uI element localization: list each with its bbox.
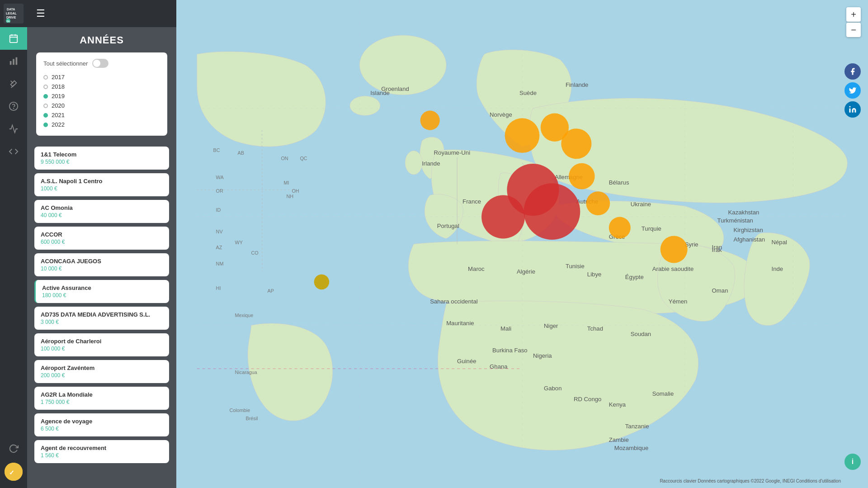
hamburger-button[interactable]: ☰ xyxy=(36,8,45,19)
linkedin-button[interactable] xyxy=(844,101,861,118)
svg-text:NH: NH xyxy=(286,194,293,199)
svg-point-111 xyxy=(660,236,688,263)
company-list[interactable]: 1&1 Telecom9 550 000 €A.S.L. Napoli 1 Ce… xyxy=(27,143,176,488)
svg-point-104 xyxy=(524,183,580,240)
svg-text:Irlande: Irlande xyxy=(422,160,440,167)
svg-text:NV: NV xyxy=(216,229,223,234)
company-item[interactable]: ACONCAGA JUEGOS10 000 € xyxy=(34,253,169,276)
sidebar: DATA LEGAL DRIVE DL ✓ xyxy=(0,0,27,488)
svg-text:Yémen: Yémen xyxy=(669,298,688,305)
sidebar-item-calendar[interactable] xyxy=(0,27,27,50)
svg-point-14 xyxy=(14,108,14,109)
user-avatar[interactable]: ✓ xyxy=(5,463,23,481)
svg-text:Turquie: Turquie xyxy=(642,225,661,232)
logo: DATA LEGAL DRIVE DL xyxy=(0,0,27,27)
company-name: AG2R La Mondiale xyxy=(41,391,163,398)
svg-text:MI: MI xyxy=(283,180,289,185)
company-item[interactable]: 1&1 Telecom9 550 000 € xyxy=(34,147,169,170)
sidebar-item-code[interactable] xyxy=(0,140,27,163)
svg-text:Arabie saoudite: Arabie saoudite xyxy=(652,265,694,272)
year-label-2020: 2020 xyxy=(52,102,65,109)
company-item[interactable]: AG2R La Mondiale1 750 000 € xyxy=(34,387,169,410)
zoom-out-button[interactable]: − xyxy=(846,23,861,37)
facebook-button[interactable] xyxy=(844,63,861,80)
sidebar-item-gavel[interactable] xyxy=(0,72,27,95)
map-attribution: Raccourcis clavier Données cartographiqu… xyxy=(660,479,841,483)
company-item[interactable]: ACCOR600 000 € xyxy=(34,227,169,250)
svg-text:Iran: Iran xyxy=(712,244,722,251)
company-item[interactable]: A.S.L. Napoli 1 Centro1000 € xyxy=(34,173,169,196)
company-item[interactable]: AC Omonia40 000 € xyxy=(34,200,169,223)
company-item[interactable]: Aéroport de Charleroi100 000 € xyxy=(34,333,169,356)
year-dot-2017 xyxy=(43,75,48,80)
svg-text:Mozambique: Mozambique xyxy=(614,445,648,451)
svg-text:HI: HI xyxy=(216,285,221,291)
year-item-2017[interactable]: 2017 xyxy=(43,72,160,82)
svg-point-109 xyxy=(586,191,610,215)
svg-text:Mexique: Mexique xyxy=(235,313,254,318)
svg-rect-12 xyxy=(16,57,18,65)
map-svg: Islande Suède Norvège Finlande Irlande R… xyxy=(176,0,868,488)
svg-text:Soudan: Soudan xyxy=(631,331,651,337)
year-dot-2020 xyxy=(43,104,48,108)
svg-text:WY: WY xyxy=(235,240,243,245)
sidebar-item-stats[interactable] xyxy=(0,118,27,140)
left-panel: ☰ ANNÉES Tout sélectionner 2017201820192… xyxy=(27,0,176,488)
company-name: Agence de voyage xyxy=(41,418,163,425)
company-item[interactable]: AD735 DATA MEDIA ADVERTISING S.L.3 000 € xyxy=(34,307,169,330)
info-button[interactable]: i xyxy=(844,454,861,470)
svg-text:OH: OH xyxy=(292,188,299,194)
company-item[interactable]: Agent de recouvrement1 560 € xyxy=(34,440,169,463)
svg-text:AP: AP xyxy=(268,288,274,294)
svg-text:Sahara occidental: Sahara occidental xyxy=(430,298,478,305)
sidebar-item-chart[interactable] xyxy=(0,50,27,72)
year-dot-2019 xyxy=(43,94,48,99)
svg-text:Suède: Suède xyxy=(519,90,537,96)
svg-text:Nigeria: Nigeria xyxy=(533,352,552,359)
sidebar-item-help[interactable] xyxy=(0,95,27,118)
zoom-in-button[interactable]: + xyxy=(846,7,861,22)
svg-text:Ukraine: Ukraine xyxy=(631,201,651,208)
svg-point-103 xyxy=(481,195,525,239)
company-amount: 9 550 000 € xyxy=(41,159,163,165)
year-item-2019[interactable]: 2019 xyxy=(43,91,160,101)
year-label-2022: 2022 xyxy=(52,121,65,128)
year-item-2018[interactable]: 2018 xyxy=(43,82,160,91)
svg-text:Tchad: Tchad xyxy=(587,325,603,332)
svg-rect-115 xyxy=(849,109,851,113)
svg-text:CO: CO xyxy=(251,250,259,256)
svg-text:Burkina Faso: Burkina Faso xyxy=(492,347,528,354)
annees-box: Tout sélectionner 2017201820192020202120… xyxy=(36,52,167,136)
svg-text:ID: ID xyxy=(216,207,221,213)
company-amount: 3 000 € xyxy=(41,319,163,325)
svg-text:Groenland: Groenland xyxy=(381,85,409,92)
svg-text:OR: OR xyxy=(216,188,223,194)
tout-selectionner-toggle[interactable] xyxy=(92,59,108,68)
year-item-2022[interactable]: 2022 xyxy=(43,120,160,129)
company-amount: 1 750 000 € xyxy=(41,399,163,405)
year-item-2020[interactable]: 2020 xyxy=(43,101,160,110)
company-item[interactable]: Agence de voyage6 500 € xyxy=(34,413,169,436)
year-dot-2018 xyxy=(43,85,48,89)
sidebar-item-refresh[interactable] xyxy=(0,437,27,460)
svg-text:Kazakhstan: Kazakhstan xyxy=(728,209,760,216)
year-label-2018: 2018 xyxy=(52,83,65,90)
svg-text:Mauritanie: Mauritanie xyxy=(446,320,474,327)
svg-text:Turkménistan: Turkménistan xyxy=(717,217,753,224)
svg-text:RD Congo: RD Congo xyxy=(574,396,601,403)
sidebar-bottom: ✓ xyxy=(0,437,27,488)
tout-selectionner-row: Tout sélectionner xyxy=(43,59,160,68)
svg-point-105 xyxy=(505,118,540,153)
tout-selectionner-label: Tout sélectionner xyxy=(43,60,88,67)
company-item[interactable]: Active Assurance180 000 € xyxy=(34,280,169,303)
company-amount: 6 500 € xyxy=(41,426,163,432)
company-amount: 600 000 € xyxy=(41,239,163,245)
annees-title: ANNÉES xyxy=(36,34,167,46)
svg-text:Égypte: Égypte xyxy=(625,274,644,280)
company-amount: 1 560 € xyxy=(41,452,163,459)
year-item-2021[interactable]: 2021 xyxy=(43,110,160,120)
svg-point-110 xyxy=(609,217,631,239)
company-item[interactable]: Aéroport Zavéntem200 000 € xyxy=(34,360,169,383)
svg-text:ON: ON xyxy=(281,156,288,161)
twitter-button[interactable] xyxy=(844,82,861,99)
